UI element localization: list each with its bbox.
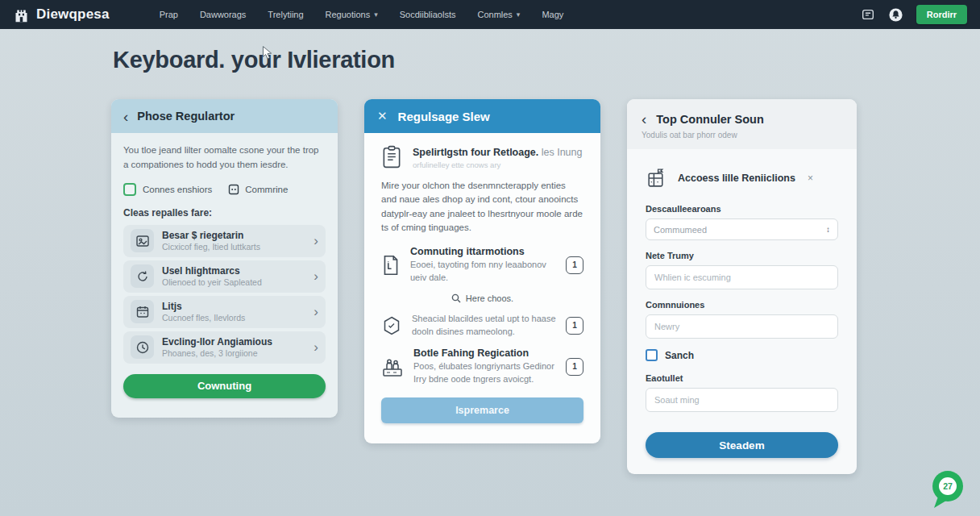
descaulleearoans-select[interactable]: Commumeed ↕ [646, 218, 838, 240]
notifications-icon[interactable] [888, 7, 903, 23]
text-field-nete: Nete Trumy [646, 251, 838, 289]
item-subtitle: Olienoed to yeir Sapleated [162, 277, 305, 287]
remove-icon[interactable]: × [808, 173, 813, 184]
item-title: Evcling-llor Angiamious [162, 336, 305, 347]
panel-header: ‹ Phose Regulartor [111, 99, 338, 133]
navbar-actions: Rordirr [861, 5, 967, 24]
clipboard-icon [381, 145, 402, 169]
list-item-litjs[interactable]: Litjs Cucnoef fles, Ilevlords › [123, 296, 326, 328]
calendar-icon [131, 300, 154, 323]
chevron-down-icon: ▾ [374, 10, 378, 19]
text-field-eaotullet: Eaotullet [646, 373, 838, 412]
back-icon[interactable]: ‹ [123, 109, 128, 124]
search-icon [451, 293, 461, 303]
signup-button[interactable]: Rordirr [916, 5, 967, 24]
feature-title: Botle Fahing Regication [413, 347, 556, 359]
commrine-icon [228, 184, 239, 195]
steadem-button[interactable]: Steadem [646, 432, 838, 458]
item-subtitle: Cicxicof fieg, Itied luttkarts [162, 242, 305, 252]
top-navbar: Diewqpesa Prap Dawworags Trelytiing Regu… [0, 0, 980, 29]
clock-icon [131, 335, 154, 359]
brand-name: Diewqpesa [36, 6, 110, 23]
chevron-right-icon: › [314, 268, 318, 285]
feature-text: Eooei, tayoting fom nny leaabonov ueiv d… [410, 259, 556, 285]
list-section-label: Cleas repalles fare: [123, 207, 326, 218]
nav-link-magy[interactable]: Magy [542, 10, 563, 19]
ispremarce-button[interactable]: Ispremarce [381, 397, 583, 423]
count-stepper[interactable]: 1 [566, 317, 583, 335]
text-field-comnnuiones: Comnnuiones [646, 300, 838, 339]
access-section: Accoess lille Reniiclions × [646, 167, 838, 189]
chevron-right-icon: › [314, 233, 318, 249]
list-item-besar[interactable]: Besar $ riegetarin Cicxicof fieg, Itied … [123, 225, 326, 257]
checkbox-label: Connes enshiors [143, 185, 212, 194]
cownuting-button[interactable]: Cownuting [123, 374, 326, 398]
item-subtitle: Phoanes, des, 3 lorgiione [162, 348, 305, 358]
commrine-label: Commrine [245, 185, 288, 194]
list-item-usel[interactable]: Usel hlightmarcs Olienoed to yeir Saplea… [123, 260, 326, 293]
regulsage-slew-panel: ✕ Regulsage Slew Spelirtlgstn four Retlo… [364, 99, 600, 443]
count-stepper[interactable]: 1 [566, 358, 583, 376]
count-stepper[interactable]: 1 [566, 256, 583, 274]
field-label: Nete Trumy [646, 251, 838, 260]
item-title: Litjs [162, 301, 305, 312]
field-label: Descaulleearoans [646, 204, 838, 214]
feature-title: Comnuting ittarmotions [410, 246, 556, 257]
messages-icon[interactable] [861, 7, 875, 22]
intro-row: Spelirtlgstn four Retloage. les Inung or… [381, 145, 583, 169]
intro-title-suffix: les Inung [538, 147, 582, 158]
hexagon-icon [381, 315, 402, 336]
feature-item-sheacial: Sheacial blacildes uetal upt to haase do… [381, 313, 583, 339]
back-icon[interactable]: ‹ [642, 111, 646, 127]
nete-trumy-input[interactable] [646, 265, 838, 289]
eaotullet-input[interactable] [646, 388, 838, 412]
page-title: Keyboard. your Ivlieration [113, 47, 395, 73]
panel-paragraph: Mire your olchon the dsenmncterapply ent… [381, 179, 583, 235]
photo-icon [131, 229, 154, 252]
feature-item-botle: Botle Fahing Regication Poos, élubates l… [381, 347, 583, 386]
nav-link-reguotions[interactable]: Reguotions▾ [326, 10, 378, 19]
list-item-evcling[interactable]: Evcling-llor Angiamious Phoanes, des, 3 … [123, 331, 326, 364]
certificate-icon [646, 167, 667, 189]
commrine-option[interactable]: Commrine [228, 184, 288, 195]
chevron-right-icon: › [314, 339, 318, 356]
nav-link-trelytiing[interactable]: Trelytiing [268, 10, 303, 19]
item-title: Besar $ riegetarin [162, 230, 305, 241]
close-icon[interactable]: ✕ [377, 109, 388, 123]
field-label: Eaotullet [646, 373, 838, 383]
chevron-right-icon: › [314, 304, 318, 320]
select-arrows-icon: ↕ [826, 225, 830, 234]
primary-nav: Prap Dawworags Trelytiing Reguotions▾ So… [160, 10, 564, 19]
select-value: Commumeed [654, 225, 707, 235]
panel-header: ✕ Regulsage Slew [364, 99, 600, 133]
mouse-cursor-icon [262, 46, 274, 60]
access-section-title: Accoess lille Reniiclions [678, 173, 795, 184]
search-link-label: Here choos. [466, 293, 513, 303]
intro-subtitle: orfulinelley ette cnows ary [413, 160, 582, 169]
brand-logo-icon [13, 6, 30, 23]
intro-title: Spelirtlgstn four Retloage. [413, 147, 538, 158]
item-subtitle: Cucnoef fles, Ilevlords [162, 313, 305, 322]
panel-subtitle: Yodulis oat bar phorr odew [642, 131, 842, 139]
here-choos-link[interactable]: Here choos. [381, 293, 583, 303]
options-row: Connes enshiors Commrine [123, 183, 326, 196]
brand[interactable]: Diewqpesa [13, 6, 110, 23]
nav-link-socdiibliaolsts[interactable]: Socdiibliaolsts [400, 10, 456, 19]
select-field: Descaulleearoans Commumeed ↕ [646, 204, 838, 240]
chat-fab-button[interactable]: 27 [928, 469, 967, 510]
nav-link-conmles[interactable]: Conmles▾ [477, 10, 520, 19]
feature-text: Poos, élubates longriynarts Gedinor Irry… [413, 360, 556, 386]
sanch-option: Sanch [646, 349, 838, 361]
nav-link-prap[interactable]: Prap [160, 10, 178, 19]
refresh-icon [131, 264, 154, 288]
sanch-checkbox[interactable] [646, 349, 658, 361]
connes-checkbox[interactable] [123, 183, 136, 196]
phose-regulator-panel: ‹ Phose Regulartor You tloe jeand lilter… [111, 99, 338, 418]
checkbox-label: Sanch [665, 350, 694, 361]
panel-title: Regulsage Slew [398, 110, 490, 123]
panel-header: ‹ Top Connuler Soun Yodulis oat bar phor… [627, 99, 857, 149]
nav-link-dawworags[interactable]: Dawworags [200, 10, 246, 19]
feature-item-comnuting: Comnuting ittarmotions Eooei, tayoting f… [381, 246, 583, 285]
comnnuiones-input[interactable] [646, 314, 838, 339]
panel-title: Phose Regulartor [137, 110, 235, 123]
